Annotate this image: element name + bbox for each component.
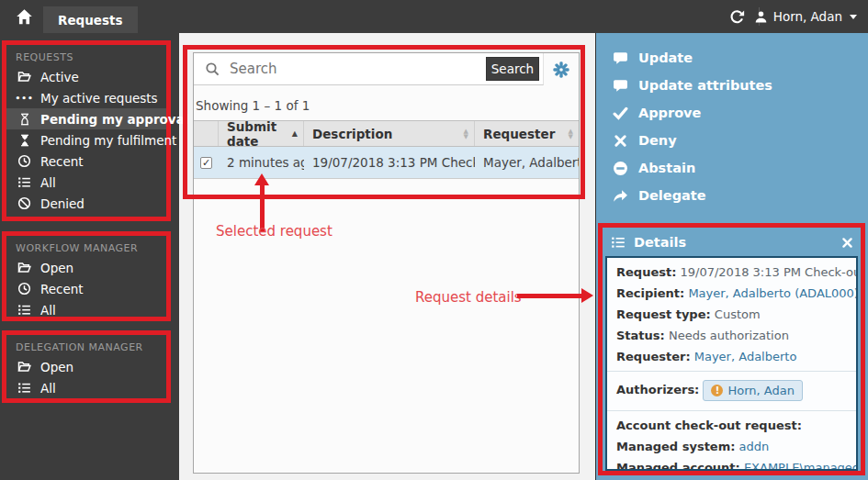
sidebar-item-recent[interactable]: Recent <box>6 151 166 172</box>
sidebar-item-label: All <box>40 303 56 318</box>
refresh-button[interactable] <box>722 0 751 33</box>
sidebar-item-delegation-open[interactable]: Open <box>6 356 166 377</box>
sidebar-item-workflow-recent[interactable]: Recent <box>6 278 166 299</box>
sidebar-item-label: Recent <box>40 282 84 296</box>
clock-icon <box>17 282 32 296</box>
row-checkbox[interactable]: ✓ <box>200 157 212 169</box>
sidebar-item-label: Pending my fulfilment <box>40 133 176 148</box>
table-row[interactable]: ✓ 2 minutes ago 19/07/2018 3:13 PM Check… <box>194 147 579 179</box>
sidebar-item-pending-my-fulfilment[interactable]: Pending my fulfilment <box>6 129 166 151</box>
sort-icon: ▲▼ <box>464 128 468 140</box>
caret-down-icon <box>850 15 857 19</box>
settings-button[interactable] <box>544 53 579 85</box>
annotation-arrow-right-line <box>517 294 581 298</box>
search-button[interactable]: Search <box>486 57 539 81</box>
top-bar: Requests Horn, Adan <box>0 0 868 33</box>
warning-icon: ! <box>711 385 723 396</box>
home-button[interactable] <box>7 0 40 33</box>
sort-icon: ▲▼ <box>569 128 573 140</box>
action-deny[interactable]: Deny <box>596 127 868 154</box>
list-icon <box>17 175 32 189</box>
header-requester[interactable]: Requester ▲▼ <box>475 121 579 146</box>
hourglass-outline-icon <box>17 113 32 126</box>
detail-managed-account: Managed account: EXAMPLE\managed_adı ... <box>607 457 856 471</box>
clock-icon <box>17 154 32 168</box>
close-icon[interactable] <box>841 237 853 249</box>
sidebar-item-label: Recent <box>40 154 84 169</box>
sidebar-item-workflow-all[interactable]: All <box>6 299 166 320</box>
action-label: Update <box>638 50 693 65</box>
cell-description: 19/07/2018 3:13 PM Check-out <box>304 155 475 170</box>
annotation-box-workflow-manager: WORKFLOW MANAGER Open Recent All <box>2 231 171 321</box>
tab-requests-label: Requests <box>58 13 123 28</box>
folder-open-icon <box>17 70 32 84</box>
action-update[interactable]: Update <box>596 44 868 72</box>
user-name: Horn, Adan <box>773 9 842 24</box>
ban-icon <box>17 196 32 210</box>
sidebar-item-label: All <box>40 175 56 190</box>
sidebar-item-label: My active requests <box>40 91 158 106</box>
details-header: Details <box>611 230 853 254</box>
app-window: Requests Horn, Adan REQUESTS <box>0 0 868 480</box>
action-update-attributes[interactable]: Update attributes <box>596 72 868 99</box>
search-bar: Search <box>194 53 544 85</box>
sidebar-item-label: Pending my approval <box>40 112 188 127</box>
annotation-box-requests: REQUESTS Active ••• My active requests P… <box>2 40 171 221</box>
minus-circle-icon <box>612 161 628 176</box>
search-input[interactable] <box>220 61 486 77</box>
sidebar-item-active[interactable]: Active <box>6 66 166 87</box>
selected-request-label: Selected request <box>216 223 333 240</box>
results-count: Showing 1 – 1 of 1 <box>196 98 310 113</box>
section-title-requests: REQUESTS <box>6 45 166 66</box>
action-label: Abstain <box>638 161 695 175</box>
header-checkbox-column <box>194 121 219 146</box>
hourglass-filled-icon <box>17 134 32 147</box>
action-delegate[interactable]: Delegate <box>596 182 868 209</box>
action-abstain[interactable]: Abstain <box>596 154 868 182</box>
action-label: Delegate <box>638 188 706 203</box>
header-description[interactable]: Description ▲▼ <box>304 121 475 146</box>
sidebar-item-label: Denied <box>40 196 85 211</box>
requester-link[interactable]: Mayer, Adalberto <box>694 350 797 363</box>
comment-icon <box>612 50 628 66</box>
action-label: Deny <box>638 133 677 148</box>
section-title-workflow-manager: WORKFLOW MANAGER <box>6 236 166 257</box>
requests-table: Submit date ▲ Description ▲▼ Requester ▲… <box>194 120 579 179</box>
search-icon <box>205 61 220 77</box>
recipient-link[interactable]: Mayer, Adalberto (ADAL000) <box>688 286 856 300</box>
user-menu[interactable]: Horn, Adan <box>754 0 857 33</box>
managed-system-link[interactable]: addn <box>739 440 770 453</box>
authorizer-name: Horn, Adan <box>727 383 794 398</box>
sidebar-item-label: Open <box>40 360 73 374</box>
header-submit-date[interactable]: Submit date ▲ <box>219 121 304 146</box>
detail-request: Request: 19/07/2018 3:13 PM Check-out 20… <box>607 262 856 283</box>
list-icon <box>611 235 626 250</box>
sidebar-item-my-active-requests[interactable]: ••• My active requests <box>6 87 166 108</box>
folder-open-icon <box>17 261 32 274</box>
detail-requester: Requester: Mayer, Adalberto <box>607 346 856 367</box>
sidebar-item-workflow-open[interactable]: Open <box>6 257 166 278</box>
main-content: Search Showing 1 – 1 of 1 Submit date ▲ … <box>179 33 595 480</box>
action-label: Approve <box>638 106 701 120</box>
managed-account-link[interactable]: EXAMPLE\managed_adı ... <box>744 461 856 471</box>
details-panel: Request: 19/07/2018 3:13 PM Check-out 20… <box>605 256 858 471</box>
gear-icon <box>553 61 569 78</box>
detail-managed-system: Managed system: addn <box>607 436 856 457</box>
authorizer-chip[interactable]: ! Horn, Adan <box>703 380 802 401</box>
details-title: Details <box>634 235 686 250</box>
sidebar-item-pending-my-approval[interactable]: Pending my approval <box>6 108 166 129</box>
sidebar-item-label: Open <box>40 261 73 275</box>
sidebar: REQUESTS Active ••• My active requests P… <box>0 33 179 480</box>
sidebar-item-all[interactable]: All <box>6 172 166 193</box>
ellipsis-icon: ••• <box>17 94 32 103</box>
tab-requests[interactable]: Requests <box>43 6 138 33</box>
detail-recipient: Recipient: Mayer, Adalberto (ADAL000) <box>607 283 856 304</box>
sidebar-item-label: Active <box>40 70 79 84</box>
action-approve[interactable]: Approve <box>596 99 868 127</box>
detail-status: Status: Needs authorization <box>607 325 856 346</box>
sidebar-item-denied[interactable]: Denied <box>6 193 166 214</box>
annotation-arrow-right-icon <box>581 288 593 303</box>
action-label: Update attributes <box>638 78 772 93</box>
sidebar-item-delegation-all[interactable]: All <box>6 377 166 398</box>
section-title-delegation-manager: DELEGATION MANAGER <box>6 335 166 356</box>
